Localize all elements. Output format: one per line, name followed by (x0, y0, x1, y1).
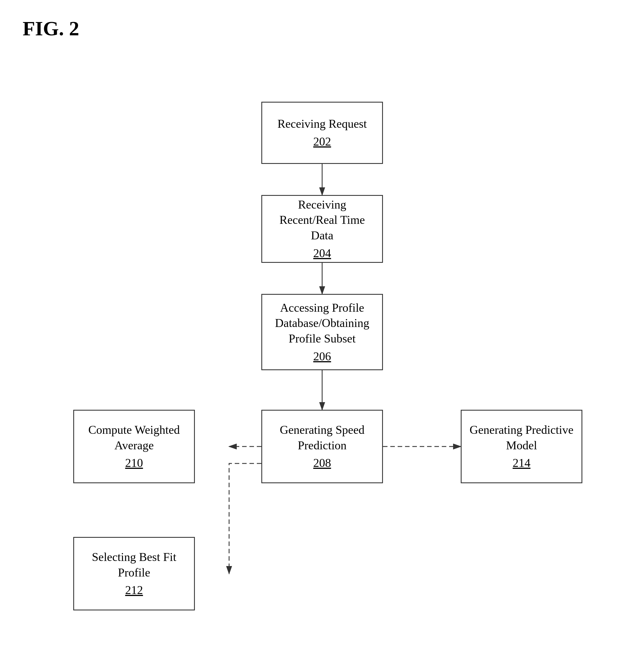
box-214-ref: 214 (513, 455, 531, 471)
box-204-title: Receiving Recent/Real Time Data (269, 197, 375, 243)
box-206: Accessing Profile Database/Obtaining Pro… (261, 294, 383, 370)
box-212-title: Selecting Best Fit Profile (81, 549, 187, 580)
box-208: Generating Speed Prediction 208 (261, 410, 383, 483)
box-210: Compute Weighted Average 210 (73, 410, 195, 483)
box-210-title: Compute Weighted Average (81, 422, 187, 453)
box-204: Receiving Recent/Real Time Data 204 (261, 195, 383, 263)
figure-label: FIG. 2 (22, 17, 79, 40)
box-214-title: Generating Predictive Model (468, 422, 575, 453)
box-202-title: Receiving Request (278, 116, 367, 132)
box-206-ref: 206 (313, 349, 331, 364)
box-202: Receiving Request 202 (261, 102, 383, 164)
box-202-ref: 202 (313, 134, 331, 150)
box-206-title: Accessing Profile Database/Obtaining Pro… (269, 300, 375, 346)
flowchart: Receiving Request 202 Receiving Recent/R… (0, 45, 644, 639)
box-204-ref: 204 (313, 246, 331, 261)
box-214: Generating Predictive Model 214 (461, 410, 582, 483)
box-208-title: Generating Speed Prediction (269, 422, 375, 453)
box-212: Selecting Best Fit Profile 212 (73, 537, 195, 610)
box-212-ref: 212 (125, 583, 143, 598)
box-208-ref: 208 (313, 455, 331, 471)
box-210-ref: 210 (125, 455, 143, 471)
